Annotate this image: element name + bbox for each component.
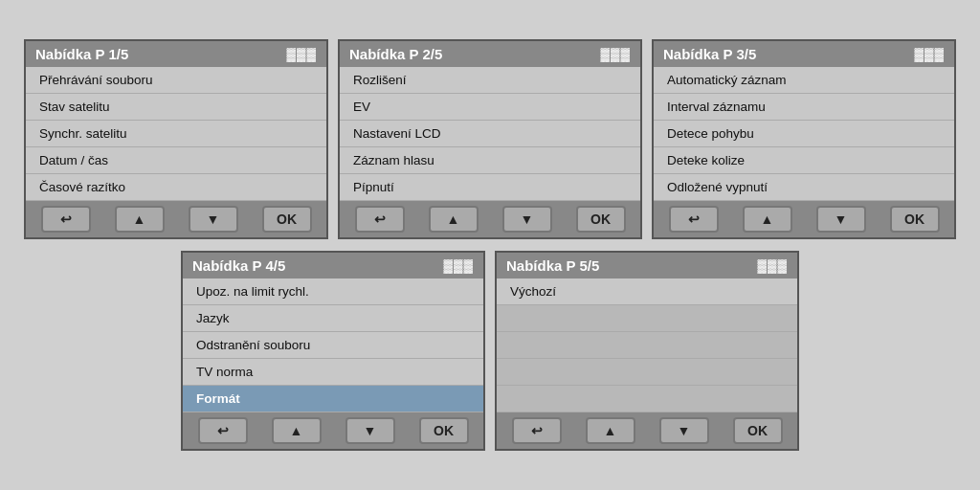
panel-p2-btn-up[interactable]: ▲ bbox=[429, 206, 479, 233]
panel-p1-item-1[interactable]: Stav satelitu bbox=[26, 94, 326, 121]
panel-p2-menu: RozlišeníEVNastavení LCDZáznam hlasuPípn… bbox=[340, 67, 640, 201]
panel-p1-battery: ▓▓▓ bbox=[287, 47, 317, 61]
panel-p3-item-2[interactable]: Detece pohybu bbox=[654, 121, 954, 147]
panel-p4-item-4[interactable]: Formát bbox=[183, 386, 483, 412]
panel-p2: Nabídka P 2/5▓▓▓RozlišeníEVNastavení LCD… bbox=[338, 39, 642, 239]
panel-p4-btn-ok[interactable]: OK bbox=[419, 417, 469, 444]
panel-p2-title: Nabídka P 2/5 bbox=[349, 46, 442, 62]
panel-p5-item-0[interactable]: Výchozí bbox=[497, 278, 797, 305]
panel-p3-battery: ▓▓▓ bbox=[915, 47, 945, 61]
panel-p1-item-0[interactable]: Přehrávání souboru bbox=[26, 67, 326, 94]
panel-p1-item-2[interactable]: Synchr. satelitu bbox=[26, 121, 326, 147]
panel-p4-btn-down[interactable]: ▼ bbox=[345, 417, 395, 444]
panel-p3-header: Nabídka P 3/5▓▓▓ bbox=[654, 41, 954, 67]
panel-p4-item-0[interactable]: Upoz. na limit rychl. bbox=[183, 278, 483, 305]
panel-p5-btn-back[interactable]: ↩ bbox=[512, 417, 562, 444]
panel-p4-item-3[interactable]: TV norma bbox=[183, 359, 483, 386]
panel-p2-footer: ↩▲▼OK bbox=[340, 201, 640, 237]
bottom-row: Nabídka P 4/5▓▓▓Upoz. na limit rychl.Jaz… bbox=[181, 251, 799, 451]
panel-p5-item-1[interactable] bbox=[497, 305, 797, 332]
panel-p5-item-2[interactable] bbox=[497, 332, 797, 359]
panel-p1-menu: Přehrávání souboruStav satelituSynchr. s… bbox=[26, 67, 326, 201]
panel-p3-btn-back[interactable]: ↩ bbox=[669, 206, 719, 233]
panel-p3-footer: ↩▲▼OK bbox=[654, 201, 954, 237]
panel-p4-title: Nabídka P 4/5 bbox=[192, 257, 285, 274]
panel-p4-btn-up[interactable]: ▲ bbox=[272, 417, 322, 444]
panel-p3-menu: Automatický záznamInterval záznamuDetece… bbox=[654, 67, 954, 201]
panel-p4-header: Nabídka P 4/5▓▓▓ bbox=[183, 253, 483, 278]
panel-p5-item-4[interactable] bbox=[497, 386, 797, 412]
panel-p5-menu: Výchozí bbox=[497, 278, 797, 412]
panel-p2-item-4[interactable]: Pípnutí bbox=[340, 174, 640, 201]
panel-p1-title: Nabídka P 1/5 bbox=[35, 46, 128, 62]
panel-p5-footer: ↩▲▼OK bbox=[497, 412, 797, 449]
panel-p2-battery: ▓▓▓ bbox=[601, 47, 631, 61]
panel-p1-item-4[interactable]: Časové razítko bbox=[26, 174, 326, 201]
panel-p5-btn-down[interactable]: ▼ bbox=[659, 417, 709, 444]
panel-p2-header: Nabídka P 2/5▓▓▓ bbox=[340, 41, 640, 67]
panel-p5-title: Nabídka P 5/5 bbox=[506, 257, 599, 274]
panel-p1-btn-down[interactable]: ▼ bbox=[189, 206, 238, 233]
panel-p3-title: Nabídka P 3/5 bbox=[663, 46, 756, 62]
panel-p3: Nabídka P 3/5▓▓▓Automatický záznamInterv… bbox=[652, 39, 956, 239]
panel-p4-item-2[interactable]: Odstranění souboru bbox=[183, 332, 483, 359]
panel-p1: Nabídka P 1/5▓▓▓Přehrávání souboruStav s… bbox=[24, 39, 328, 239]
panel-p1-header: Nabídka P 1/5▓▓▓ bbox=[26, 41, 326, 67]
panel-p2-btn-down[interactable]: ▼ bbox=[502, 206, 552, 233]
panel-p2-btn-back[interactable]: ↩ bbox=[355, 206, 405, 233]
panel-p4-menu: Upoz. na limit rychl.JazykOdstranění sou… bbox=[183, 278, 483, 412]
panel-p4-footer: ↩▲▼OK bbox=[183, 412, 483, 449]
panel-p3-item-0[interactable]: Automatický záznam bbox=[654, 67, 954, 94]
panel-p3-item-4[interactable]: Odložené vypnutí bbox=[654, 174, 954, 201]
panel-p3-btn-up[interactable]: ▲ bbox=[743, 206, 792, 233]
panel-p1-btn-back[interactable]: ↩ bbox=[41, 206, 91, 233]
panel-p1-btn-ok[interactable]: OK bbox=[262, 206, 312, 233]
panel-p3-btn-ok[interactable]: OK bbox=[890, 206, 940, 233]
panel-p5-btn-up[interactable]: ▲ bbox=[586, 417, 635, 444]
panel-p1-item-3[interactable]: Datum / čas bbox=[26, 147, 326, 174]
panel-p3-item-3[interactable]: Deteke kolize bbox=[654, 147, 954, 174]
panel-p2-item-0[interactable]: Rozlišení bbox=[340, 67, 640, 94]
panel-p3-item-1[interactable]: Interval záznamu bbox=[654, 94, 954, 121]
panel-p4-btn-back[interactable]: ↩ bbox=[198, 417, 248, 444]
panel-p2-item-2[interactable]: Nastavení LCD bbox=[340, 121, 640, 147]
panel-p4: Nabídka P 4/5▓▓▓Upoz. na limit rychl.Jaz… bbox=[181, 251, 485, 451]
panel-p4-item-1[interactable]: Jazyk bbox=[183, 305, 483, 332]
panel-p2-item-1[interactable]: EV bbox=[340, 94, 640, 121]
panel-p3-btn-down[interactable]: ▼ bbox=[816, 206, 866, 233]
panel-p5: Nabídka P 5/5▓▓▓Výchozí ↩▲▼OK bbox=[495, 251, 799, 451]
panel-p5-header: Nabídka P 5/5▓▓▓ bbox=[497, 253, 797, 278]
top-row: Nabídka P 1/5▓▓▓Přehrávání souboruStav s… bbox=[24, 39, 956, 239]
panel-p2-item-3[interactable]: Záznam hlasu bbox=[340, 147, 640, 174]
panel-p5-battery: ▓▓▓ bbox=[758, 258, 788, 273]
panel-p4-battery: ▓▓▓ bbox=[444, 258, 474, 273]
panel-p5-btn-ok[interactable]: OK bbox=[733, 417, 783, 444]
panel-p1-footer: ↩▲▼OK bbox=[26, 201, 326, 237]
panel-p5-item-3[interactable] bbox=[497, 359, 797, 386]
panel-p1-btn-up[interactable]: ▲ bbox=[115, 206, 165, 233]
panel-p2-btn-ok[interactable]: OK bbox=[576, 206, 626, 233]
